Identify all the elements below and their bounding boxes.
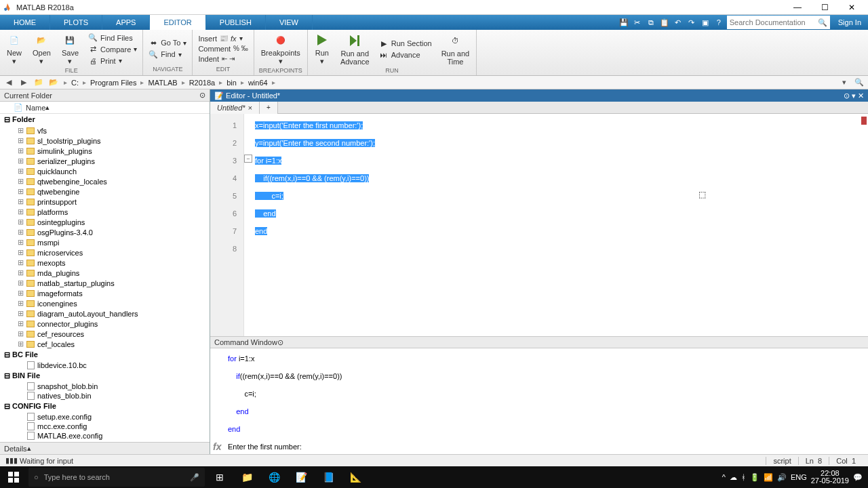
tree-folder-item[interactable]: ⊞ mda_plugins bbox=[0, 268, 210, 278]
doc-search[interactable]: 🔍 bbox=[727, 16, 830, 29]
path-back-button[interactable]: ◀ bbox=[3, 77, 15, 88]
editor-menu-icon[interactable]: ▾ bbox=[852, 92, 856, 100]
indent-button[interactable]: Indent ⇤ ⇥ bbox=[195, 54, 250, 64]
crumb-pf[interactable]: Program Files bbox=[90, 79, 136, 87]
tab-apps[interactable]: APPS bbox=[102, 15, 150, 30]
tree-folder-item[interactable]: ⊞ cef_locales bbox=[0, 339, 210, 349]
tab-editor[interactable]: EDITOR bbox=[150, 15, 205, 30]
tree-group[interactable]: ⊟ CONFIG File bbox=[0, 401, 210, 412]
editor-code-area[interactable]: − ⬚ x=input('Enter the first number:');y… bbox=[244, 114, 868, 336]
taskbar-chrome-icon[interactable]: 🌐 bbox=[260, 466, 288, 488]
copy-icon[interactable]: ⧉ bbox=[644, 15, 658, 30]
tree-file-item[interactable]: libdevice.10.bc bbox=[0, 361, 210, 370]
tab-publish[interactable]: PUBLISH bbox=[206, 15, 266, 30]
help-icon[interactable]: ? bbox=[712, 15, 726, 30]
code-line[interactable]: end bbox=[244, 222, 868, 240]
tree-group[interactable]: ⊟ Folder bbox=[0, 114, 210, 125]
open-button[interactable]: 📂Open▾ bbox=[28, 31, 55, 67]
path-search-icon[interactable]: 🔍 bbox=[853, 77, 865, 88]
tray-notifications-icon[interactable]: 💬 bbox=[853, 473, 863, 482]
close-button[interactable]: ✕ bbox=[838, 0, 865, 15]
tray-lang[interactable]: ENG bbox=[791, 473, 807, 481]
path-browse-icon[interactable]: 📂 bbox=[47, 77, 60, 88]
tree-folder-item[interactable]: ⊞ msmpi bbox=[0, 237, 210, 247]
tab-home[interactable]: HOME bbox=[0, 15, 50, 30]
save-quick-icon[interactable]: 💾 bbox=[617, 15, 631, 30]
save-button[interactable]: 💾Save▾ bbox=[58, 31, 83, 67]
redo-icon[interactable]: ↷ bbox=[685, 15, 698, 30]
taskbar-word-icon[interactable]: 📘 bbox=[315, 466, 342, 488]
tree-folder-item[interactable]: ⊞ qtwebengine_locales bbox=[0, 176, 210, 186]
tray-wifi-icon[interactable]: 📶 bbox=[764, 473, 773, 482]
path-fwd-button[interactable]: ▶ bbox=[18, 77, 30, 88]
tree-folder-item[interactable]: ⊞ connector_plugins bbox=[0, 319, 210, 329]
crumb-win[interactable]: win64 bbox=[248, 79, 268, 87]
code-line[interactable]: if((rem(x,i)==0 && (rem(y,i)==0)) bbox=[244, 169, 868, 187]
taskbar-notes-icon[interactable]: 📝 bbox=[288, 466, 315, 488]
crumb-bin[interactable]: bin bbox=[226, 79, 237, 87]
cut-icon[interactable]: ✂ bbox=[631, 15, 644, 30]
path-up-icon[interactable]: 📁 bbox=[33, 77, 45, 88]
editor-close-icon[interactable]: ✕ bbox=[858, 92, 864, 100]
tree-folder-item[interactable]: ⊞ microservices bbox=[0, 247, 210, 258]
layout-icon[interactable]: ▣ bbox=[698, 15, 712, 30]
tree-folder-item[interactable]: ⊞ sl_toolstrip_plugins bbox=[0, 136, 210, 146]
tray-up-icon[interactable]: ^ bbox=[722, 473, 726, 481]
maximize-button[interactable]: ☐ bbox=[811, 0, 838, 15]
tray-bt-icon[interactable]: ᚼ bbox=[741, 473, 746, 481]
task-view-button[interactable]: ⊞ bbox=[206, 466, 233, 488]
tree-file-item[interactable]: MATLAB.exe.config bbox=[0, 431, 210, 441]
tree-folder-item[interactable]: ⊞ cef_resources bbox=[0, 329, 210, 339]
path-dropdown-icon[interactable]: ▾ bbox=[838, 77, 850, 88]
details-header[interactable]: Details▴ bbox=[0, 442, 210, 454]
tray-battery-icon[interactable]: 🔋 bbox=[750, 473, 760, 482]
name-column-header[interactable]: 📄Name ▴ bbox=[0, 102, 210, 114]
run-advance-button[interactable]: Run and Advance bbox=[336, 32, 374, 67]
advance-button[interactable]: ⏭Advance bbox=[376, 49, 435, 60]
tab-view[interactable]: VIEW bbox=[266, 15, 313, 30]
code-line[interactable]: end bbox=[244, 205, 868, 222]
compare-button[interactable]: ⇄Compare ▾ bbox=[85, 44, 140, 55]
folder-tree[interactable]: ⊟ Folder⊞ vfs⊞ sl_toolstrip_plugins⊞ sim… bbox=[0, 114, 210, 442]
code-line[interactable]: y=input('Enter the second number:'); bbox=[244, 134, 868, 152]
tree-folder-item[interactable]: ⊞ serializer_plugins bbox=[0, 156, 210, 166]
command-window[interactable]: for i=1:x if((rem(x,i)==0 && (rem(y,i)==… bbox=[210, 348, 868, 454]
tree-file-item[interactable]: mcc.exe.config bbox=[0, 422, 210, 431]
tree-folder-item[interactable]: ⊞ vfs bbox=[0, 125, 210, 136]
code-line[interactable]: x=input('Enter the first number:'); bbox=[244, 117, 868, 134]
code-line[interactable]: c=i; bbox=[244, 187, 868, 205]
code-fold-icon[interactable]: − bbox=[244, 155, 252, 163]
crumb-ml[interactable]: MATLAB bbox=[148, 79, 177, 87]
run-section-button[interactable]: ▶Run Section bbox=[376, 38, 435, 49]
tree-folder-item[interactable]: ⊞ matlab_startup_plugins bbox=[0, 278, 210, 288]
tab-plots[interactable]: PLOTS bbox=[50, 15, 102, 30]
tab-close-icon[interactable]: × bbox=[248, 104, 252, 112]
editor-max-icon[interactable]: ⊙ bbox=[844, 92, 850, 100]
tray-clock[interactable]: 22:0827-05-2019 bbox=[811, 470, 849, 485]
search-icon[interactable]: 🔍 bbox=[818, 18, 827, 27]
tree-group[interactable]: ⊟ BIN File bbox=[0, 370, 210, 382]
tree-folder-item[interactable]: ⊞ diagram_autoLayout_handlers bbox=[0, 308, 210, 319]
tray-onedrive-icon[interactable]: ☁ bbox=[730, 473, 737, 482]
minimize-button[interactable]: — bbox=[784, 0, 811, 15]
tree-group[interactable]: ⊟ BC File bbox=[0, 349, 210, 361]
pane-menu-icon[interactable]: ⊙ bbox=[199, 91, 205, 100]
find-button[interactable]: 🔍Find ▾ bbox=[146, 49, 189, 60]
tree-file-item[interactable]: setup.exe.config bbox=[0, 412, 210, 422]
run-button[interactable]: Run▾ bbox=[311, 31, 334, 67]
tree-folder-item[interactable]: ⊞ osgPlugins-3.4.0 bbox=[0, 227, 210, 237]
cmd-menu-icon[interactable]: ⊙ bbox=[277, 338, 283, 347]
system-tray[interactable]: ^ ☁ ᚼ 🔋 📶 🔊 ENG 22:0827-05-2019 💬 bbox=[717, 470, 868, 485]
comment-button[interactable]: Comment % ‰ bbox=[195, 44, 250, 54]
taskbar-search[interactable]: ○Type here to search🎤 bbox=[28, 468, 205, 487]
tree-folder-item[interactable]: ⊞ iconengines bbox=[0, 298, 210, 308]
tree-folder-item[interactable]: ⊞ simulink_plugins bbox=[0, 146, 210, 156]
editor-tab-add[interactable]: + bbox=[260, 102, 278, 114]
taskbar-explorer-icon[interactable]: 📁 bbox=[233, 466, 260, 488]
sign-in-button[interactable]: Sign In bbox=[831, 15, 868, 30]
insert-button[interactable]: Insert 📰 fx ▾ bbox=[195, 34, 250, 43]
start-button[interactable] bbox=[0, 466, 27, 488]
tree-folder-item[interactable]: ⊞ osintegplugins bbox=[0, 217, 210, 227]
tray-volume-icon[interactable]: 🔊 bbox=[777, 473, 787, 482]
tree-folder-item[interactable]: ⊞ printsupport bbox=[0, 197, 210, 207]
